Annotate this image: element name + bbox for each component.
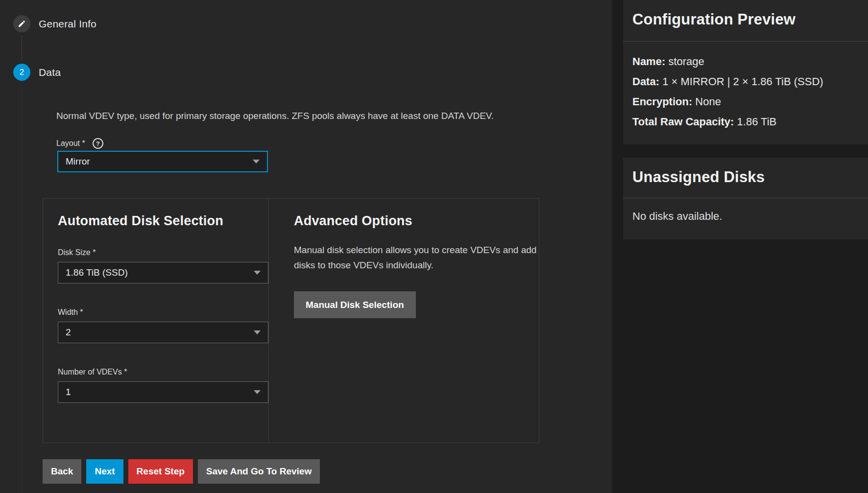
automated-section-title: Automated Disk Selection: [58, 213, 268, 229]
config-row-value: storage: [668, 55, 704, 68]
vdev-count-field: Number of VDEVs * 1: [58, 368, 268, 403]
unassigned-disks-body: No disks available.: [623, 198, 868, 223]
help-icon[interactable]: ?: [93, 138, 103, 149]
step-label-general-info: General Info: [39, 18, 96, 30]
stepper-step-data[interactable]: 2 Data: [13, 64, 61, 81]
advanced-options-section: Advanced Options Manual disk selection a…: [269, 199, 539, 443]
config-preview-title: Configuration Preview: [632, 11, 868, 28]
config-row-value: 1 × MIRROR | 2 × 1.86 TiB (SSD): [662, 75, 823, 88]
manual-disk-selection-button[interactable]: Manual Disk Selection: [294, 291, 416, 318]
disk-size-select[interactable]: 1.86 TiB (SSD): [58, 262, 268, 283]
back-button[interactable]: Back: [43, 459, 81, 484]
disk-size-select-value: 1.86 TiB (SSD): [66, 267, 128, 278]
chevron-down-icon: [254, 271, 261, 275]
config-row-value: 1.86 TiB: [737, 116, 777, 128]
wizard-main-area: General Info 2 Data Normal VDEV type, us…: [0, 0, 612, 493]
width-field: Width * 2: [58, 308, 268, 343]
unassigned-disks-title: Unassigned Disks: [632, 168, 868, 186]
chevron-down-icon: [254, 330, 261, 334]
width-select-value: 2: [66, 327, 71, 338]
config-preview-card: Configuration Preview Name: storage Data…: [623, 0, 868, 144]
step-indicator-completed: [13, 15, 30, 32]
config-row-data: Data: 1 × MIRROR | 2 × 1.86 TiB (SSD): [632, 71, 868, 92]
step-connector-line: [22, 84, 22, 493]
config-preview-body: Name: storage Data: 1 × MIRROR | 2 × 1.8…: [623, 42, 868, 132]
vdev-count-label: Number of VDEVs *: [58, 368, 268, 376]
chevron-down-icon: [253, 160, 260, 164]
step-number: 2: [20, 68, 24, 77]
step-label-data: Data: [39, 67, 61, 78]
config-row-value: None: [695, 95, 721, 108]
config-row-label: Name:: [632, 55, 665, 68]
config-row-encryption: Encryption: None: [632, 92, 868, 112]
advanced-section-title: Advanced Options: [294, 213, 539, 229]
advanced-description: Manual disk selection allows you to crea…: [294, 242, 539, 273]
vdev-count-select-value: 1: [66, 387, 71, 398]
step-actions: Back Next Reset Step Save And Go To Revi…: [43, 459, 320, 484]
sidebar: Configuration Preview Name: storage Data…: [623, 0, 868, 493]
disk-size-label: Disk Size *: [58, 248, 268, 257]
no-disks-text: No disks available.: [632, 208, 868, 223]
vdev-count-select[interactable]: 1: [58, 381, 268, 403]
disk-size-field: Disk Size * 1.86 TiB (SSD): [58, 248, 268, 283]
config-row-label: Total Raw Capacity:: [632, 116, 734, 128]
unassigned-disks-card: Unassigned Disks No disks available.: [623, 158, 868, 239]
layout-label: Layout *: [56, 139, 85, 148]
width-select[interactable]: 2: [58, 322, 268, 343]
config-row-label: Encryption:: [632, 95, 692, 108]
edit-icon: [18, 20, 26, 28]
config-preview-header: Configuration Preview: [623, 0, 868, 42]
chevron-down-icon: [254, 390, 261, 394]
config-row-label: Data:: [632, 75, 659, 88]
stepper-step-general-info[interactable]: General Info: [13, 15, 96, 32]
save-review-button[interactable]: Save And Go To Review: [198, 459, 320, 484]
unassigned-disks-header: Unassigned Disks: [623, 158, 868, 198]
next-button[interactable]: Next: [86, 459, 123, 484]
data-vdev-description: Normal VDEV type, used for primary stora…: [56, 111, 494, 121]
disk-selection-panel: Automated Disk Selection Disk Size * 1.8…: [43, 198, 539, 443]
step-indicator-active: 2: [13, 64, 30, 81]
reset-step-button[interactable]: Reset Step: [128, 459, 193, 484]
width-label: Width *: [58, 308, 268, 317]
config-row-capacity: Total Raw Capacity: 1.86 TiB: [632, 112, 868, 132]
layout-select-value: Mirror: [66, 156, 90, 167]
config-row-name: Name: storage: [632, 51, 868, 71]
step-connector-line: [22, 35, 22, 61]
automated-disk-selection-section: Automated Disk Selection Disk Size * 1.8…: [43, 199, 269, 443]
layout-select[interactable]: Mirror: [57, 151, 268, 172]
